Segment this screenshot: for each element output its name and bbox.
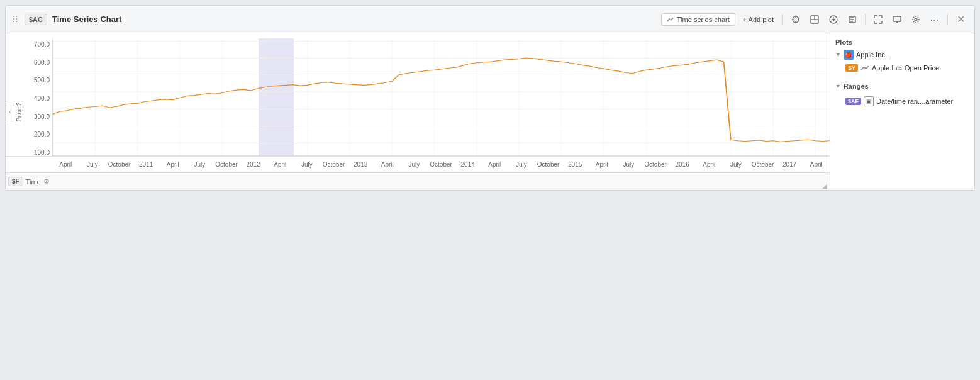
x-tick-july-2015: July [615,161,642,168]
ranges-section: ▼ Ranges $AF ▣ Date/time ran....arameter [835,80,969,109]
apple-icon: 🍎 [844,50,854,60]
download-button[interactable] [826,12,841,27]
x-tick-july-2012: July [294,161,321,168]
x-tick-2015: 2015 [562,161,589,168]
x-tick-april-2010: April [52,161,79,168]
layout-button[interactable] [807,12,822,27]
x-tick-2016: 2016 [669,161,696,168]
crosshair-button[interactable] [788,12,803,27]
x-tick-2011: 2011 [133,161,160,168]
x-axis: April July October 2011 April July Octob… [6,156,830,172]
app-container: ⠿ $AC Time Series Chart Time series char… [0,0,980,380]
ranges-label: Ranges [844,82,869,90]
x-tick-2014: 2014 [454,161,481,168]
x-tick-2012: 2012 [240,161,267,168]
y-tick-300: 300.0 [34,113,50,120]
time-series-button[interactable]: Time series chart [661,13,735,26]
separator-3 [947,14,948,25]
close-button[interactable]: ✕ [953,12,968,27]
drag-handle-icon[interactable]: ⠿ [12,14,18,25]
apple-inc-name: Apple Inc. [856,51,887,59]
x-tick-oct-2016: October [749,161,776,168]
panel-body: ‹ Price 2 700.0 600.0 500.0 400.0 300.0 … [6,33,974,190]
plots-label: Plots [835,38,969,46]
range-label: Date/time ran....arameter [876,98,953,105]
y-tick-500: 500.0 [34,77,50,84]
chart-panel: ⠿ $AC Time Series Chart Time series char… [5,5,975,191]
chart-plot[interactable] [52,38,830,156]
ranges-header: ▼ Ranges [835,80,969,92]
y-axis: 700.0 600.0 500.0 400.0 300.0 200.0 100.… [21,38,52,156]
panel-title: Time Series Chart [52,14,656,24]
x-tick-july-2011: July [186,161,213,168]
x-tick-oct-2013: October [428,161,455,168]
x-tick-oct-2015: October [642,161,669,168]
range-icon: ▣ [864,96,874,106]
header-right: Time series chart + Add plot [661,12,968,27]
x-tick-april-2012: April [267,161,294,168]
x-tick-oct-2014: October [535,161,562,168]
right-panel: Plots ▼ 🍎 Apple Inc. SY Apple Inc. Open … [830,33,974,190]
x-axis-label: Time [26,178,41,186]
ranges-chevron-icon[interactable]: ▼ [835,83,841,89]
x-tick-july-2010: July [79,161,106,168]
title-badge: $AC [25,14,47,25]
y-tick-100: 100.0 [34,149,50,156]
resize-handle[interactable]: ◢ [822,182,828,189]
y-axis-label: Price 2 [16,102,23,121]
panel-header: ⠿ $AC Time Series Chart Time series char… [6,6,974,33]
monitor-button[interactable] [889,12,905,27]
fullscreen-button[interactable] [871,12,886,27]
saf-badge: $AF [845,98,861,105]
separator-1 [782,14,783,25]
x-tick-july-2016: July [723,161,750,168]
chart-inner: 700.0 600.0 500.0 400.0 300.0 200.0 100.… [21,38,830,156]
range-item[interactable]: $AF ▣ Date/time ran....arameter [835,95,969,108]
x-axis-controls: $F Time ⚙ [6,172,830,190]
x-tick-2017: 2017 [776,161,803,168]
apple-inc-header: ▼ 🍎 Apple Inc. [835,50,969,60]
x-tick-april-2011: April [160,161,187,168]
svg-point-17 [915,18,917,21]
x-tick-april-2014: April [481,161,508,168]
settings-button[interactable] [908,12,923,27]
edit-button[interactable] [845,12,860,27]
x-tick-oct-2012: October [320,161,347,168]
y-tick-700: 700.0 [34,41,50,48]
x-tick-april-2016: April [696,161,723,168]
more-button[interactable]: ··· [927,12,942,27]
line-plot-icon [860,64,869,72]
x-tick-2013: 2013 [347,161,374,168]
y-tick-200: 200.0 [34,131,50,138]
x-tick-july-2013: July [401,161,428,168]
x-tick-july-2014: July [508,161,535,168]
line-chart-icon [667,16,674,23]
x-tick-oct-2011: October [213,161,240,168]
open-price-label: Apple Inc. Open Price [872,64,939,72]
y-tick-600: 600.0 [34,59,50,66]
chart-svg [53,38,830,155]
y-tick-400: 400.0 [34,95,50,102]
apple-inc-section: ▼ 🍎 Apple Inc. SY Apple Inc. Open Price [835,50,969,75]
open-price-item[interactable]: SY Apple Inc. Open Price [835,62,969,74]
chart-area: Price 2 700.0 600.0 500.0 400.0 300.0 20… [6,33,830,190]
svg-rect-14 [893,16,901,21]
x-tick-april-2017: April [803,161,830,168]
sy-badge: SY [845,64,858,72]
bottom-area [0,196,980,380]
x-axis-gear-icon[interactable]: ⚙ [43,177,50,186]
sf-badge: $F [8,177,23,186]
chevron-down-icon[interactable]: ▼ [835,52,841,58]
add-plot-button[interactable]: + Add plot [739,14,777,25]
x-tick-oct-2010: October [106,161,133,168]
x-tick-april-2015: April [589,161,616,168]
separator-2 [865,14,866,25]
x-tick-april-2013: April [374,161,401,168]
